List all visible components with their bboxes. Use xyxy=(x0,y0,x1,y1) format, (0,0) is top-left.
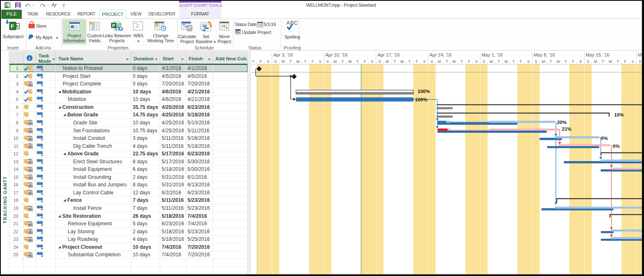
svg-text:May 8, '16: May 8, '16 xyxy=(534,52,555,57)
svg-text:T: T xyxy=(304,59,307,64)
svg-text:W: W xyxy=(504,59,508,64)
svg-text:S: S xyxy=(267,59,270,64)
svg-text:0%: 0% xyxy=(601,136,608,141)
svg-text:May 15, '16: May 15, '16 xyxy=(586,52,610,57)
svg-text:M: M xyxy=(594,59,597,64)
svg-text:S: S xyxy=(527,59,530,64)
svg-text:T: T xyxy=(550,59,552,64)
svg-text:T: T xyxy=(341,59,344,64)
svg-text:T: T xyxy=(498,59,500,64)
svg-text:Apr 17, '16: Apr 17, '16 xyxy=(377,52,400,57)
svg-text:M: M xyxy=(438,59,441,64)
svg-text:S: S xyxy=(475,59,478,64)
svg-text:M: M xyxy=(281,59,285,64)
svg-text:100%: 100% xyxy=(415,97,427,102)
svg-text:F: F xyxy=(312,59,314,64)
svg-text:S: S xyxy=(639,59,641,64)
svg-text:T: T xyxy=(602,59,604,64)
svg-text:T: T xyxy=(393,59,396,64)
svg-text:15%: 15% xyxy=(614,112,624,117)
svg-text:21%: 21% xyxy=(562,126,571,132)
svg-text:S: S xyxy=(371,59,374,64)
svg-text:F: F xyxy=(364,59,366,64)
svg-text:S: S xyxy=(319,59,322,64)
svg-text:T: T xyxy=(356,59,359,64)
svg-text:S: S xyxy=(274,59,277,64)
svg-text:May 1, '16: May 1, '16 xyxy=(482,52,503,57)
svg-text:F: F xyxy=(520,59,522,64)
svg-text:T: T xyxy=(564,59,567,64)
svg-text:T: T xyxy=(252,59,254,64)
svg-text:P: P xyxy=(112,23,115,28)
svg-text:F: F xyxy=(416,59,418,64)
svg-text:Apr 24, '16: Apr 24, '16 xyxy=(430,52,452,57)
svg-text:S: S xyxy=(423,59,426,64)
svg-text:M: M xyxy=(490,59,493,64)
svg-text:F: F xyxy=(260,59,262,64)
svg-text:S: S xyxy=(631,59,634,64)
svg-text:T: T xyxy=(617,59,619,64)
svg-text:i: i xyxy=(29,56,30,61)
svg-text:F: F xyxy=(624,59,626,64)
svg-text:W: W xyxy=(452,59,456,64)
svg-text:S: S xyxy=(587,59,589,64)
svg-text:W: W xyxy=(400,59,404,64)
svg-text:P: P xyxy=(5,3,8,8)
svg-text:100%: 100% xyxy=(418,89,430,94)
svg-text:W: W xyxy=(556,59,560,64)
svg-text:F: F xyxy=(572,59,574,64)
svg-text:0%: 0% xyxy=(613,144,620,149)
svg-text:M: M xyxy=(542,59,545,64)
svg-text:T: T xyxy=(446,59,448,64)
svg-text:W: W xyxy=(296,59,300,64)
svg-text:S: S xyxy=(535,59,537,64)
svg-text:S: S xyxy=(327,59,329,64)
svg-text:S: S xyxy=(483,59,485,64)
svg-text:M: M xyxy=(334,59,337,64)
svg-text:Apr 3, '16: Apr 3, '16 xyxy=(273,52,293,57)
svg-text:W: W xyxy=(348,59,352,64)
svg-text:T: T xyxy=(512,59,515,64)
svg-text:W: W xyxy=(608,59,612,64)
svg-text:S: S xyxy=(379,59,381,64)
svg-text:T: T xyxy=(289,59,292,64)
svg-text:20%: 20% xyxy=(557,120,566,125)
svg-text:i: i xyxy=(72,26,73,29)
svg-text:T: T xyxy=(408,59,411,64)
svg-text:M: M xyxy=(386,59,389,64)
svg-text:S: S xyxy=(579,59,582,64)
svg-text:S: S xyxy=(431,59,433,64)
svg-text:T: T xyxy=(460,59,463,64)
svg-text:F: F xyxy=(468,59,470,64)
svg-text:Apr 10, '16: Apr 10, '16 xyxy=(325,52,348,57)
